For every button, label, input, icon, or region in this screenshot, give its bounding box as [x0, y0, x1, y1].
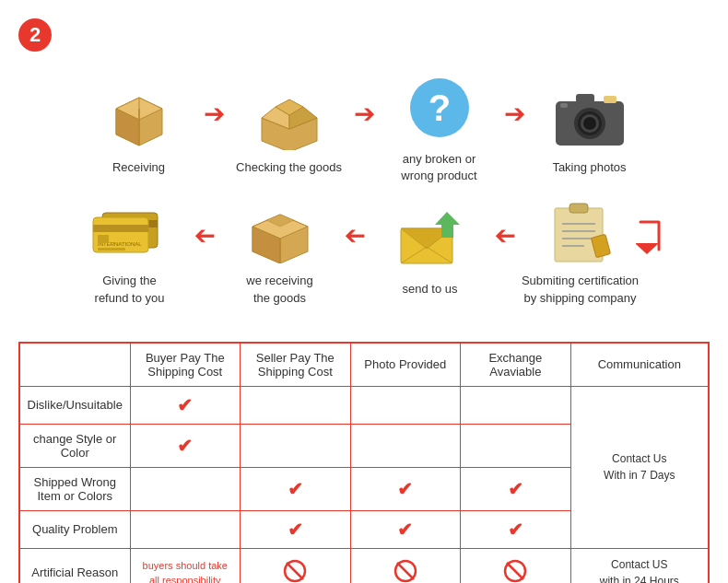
cell-communication-24h: Contact USwith in 24 Hours	[570, 548, 708, 583]
svg-marker-44	[636, 243, 659, 254]
row-label-wrong: Shipped WrongItem or Colors	[20, 467, 131, 510]
check-icon: ✔	[288, 479, 303, 499]
svg-point-16	[583, 117, 596, 130]
check-icon: ✔	[508, 479, 523, 499]
check-icon: ✔	[397, 479, 413, 499]
svg-line-50	[507, 563, 523, 579]
credit-card-icon: INTERNATIONAL	[88, 192, 171, 265]
svg-rect-26	[98, 235, 109, 243]
flow-item-refund: INTERNATIONAL Giving therefund to you	[65, 192, 194, 306]
table-row: Artificial Reason buyers should takeall …	[20, 548, 709, 583]
check-icon: ✔	[288, 519, 303, 540]
flow-item-send: send to us	[366, 200, 495, 297]
contact-text-7days: Contact UsWith in 7 Days	[604, 452, 675, 482]
check-icon: ✔	[177, 395, 193, 415]
row-label-dislike: Dislike/Unsuitable	[20, 386, 131, 424]
cell-exchange	[461, 548, 571, 583]
cell-buyer-pay	[130, 510, 241, 548]
question-icon: ?	[398, 70, 481, 144]
envelope-icon	[389, 200, 472, 274]
cell-communication: Contact UsWith in 7 Days	[570, 386, 708, 548]
cell-exchange	[461, 424, 571, 467]
check-icon: ✔	[508, 519, 523, 540]
table-header-row: Buyer Pay The Shipping Cost Seller Pay T…	[20, 343, 709, 386]
arrow-right-3: ➔	[504, 99, 525, 129]
flow-item-receiving: Receiving	[75, 78, 204, 176]
arrow-left-2: ➔	[345, 220, 366, 251]
cell-seller-pay	[241, 386, 351, 424]
cell-buyer-pay: buyers should takeall responsibility	[130, 548, 241, 583]
no-icon	[283, 572, 307, 583]
svg-rect-25	[98, 248, 125, 251]
process-section: 2 Receiving ➔	[18, 9, 710, 332]
check-icon: ✔	[397, 519, 413, 540]
row-label-quality: Quality Problem	[20, 510, 131, 548]
cell-seller-pay: ✔	[241, 510, 351, 548]
col-header-empty	[20, 343, 131, 386]
cell-exchange: ✔	[461, 510, 571, 548]
flow-label-receiving: Receiving	[112, 159, 165, 176]
cell-buyer-pay: ✔	[130, 386, 241, 424]
cell-photo	[350, 424, 461, 467]
col-header-communication: Communication	[570, 343, 708, 386]
flow-label-refund: Giving therefund to you	[95, 273, 165, 306]
cell-seller-pay	[241, 424, 351, 467]
flow-label-send: send to us	[403, 281, 458, 297]
cell-exchange: ✔	[461, 467, 571, 510]
svg-rect-18	[604, 96, 616, 103]
main-container: 2 Receiving ➔	[0, 0, 728, 583]
step-number: 2	[18, 18, 52, 52]
flow-item-receiving2: we receivingthe goods	[216, 192, 345, 306]
open-box-icon	[248, 78, 331, 152]
cell-photo: ✔	[350, 467, 461, 510]
flow-item-broken: ? any broken orwrong product	[375, 70, 504, 184]
cell-exchange	[461, 386, 571, 424]
svg-line-48	[397, 563, 414, 579]
contact-text-24h: Contact USwith in 24 Hours	[600, 558, 679, 583]
flow-row-2: INTERNATIONAL Giving therefund to you ➔	[18, 192, 710, 306]
svg-text:?: ?	[428, 87, 450, 128]
col-header-photo: Photo Provided	[350, 343, 461, 386]
cell-buyer-pay	[130, 467, 241, 510]
flow-label-photos: Taking photos	[552, 159, 626, 176]
comparison-table: Buyer Pay The Shipping Cost Seller Pay T…	[19, 343, 709, 583]
svg-line-46	[287, 563, 303, 579]
svg-rect-19	[560, 103, 568, 108]
no-icon	[393, 572, 417, 583]
cell-photo	[350, 548, 461, 583]
svg-rect-38	[569, 204, 588, 213]
flow-item-checking: Checking the goods	[225, 78, 354, 176]
arrow-left-1: ➔	[194, 220, 216, 251]
flow-row-1: Receiving ➔	[18, 70, 710, 184]
row-label-artificial: Artificial Reason	[20, 548, 131, 583]
comparison-table-section: Buyer Pay The Shipping Cost Seller Pay T…	[18, 342, 710, 583]
box-icon	[98, 78, 181, 152]
responsibility-text: buyers should takeall responsibility	[143, 560, 228, 583]
flow-label-checking: Checking the goods	[236, 159, 342, 176]
arrow-right-2: ➔	[354, 99, 375, 129]
flow-item-cert: Submiting certificationby shipping compa…	[516, 192, 645, 306]
arrow-left-3: ➔	[495, 220, 516, 251]
cell-seller-pay	[241, 548, 351, 583]
flow-label-cert: Submiting certificationby shipping compa…	[522, 273, 639, 306]
check-icon: ✔	[177, 436, 193, 456]
row-label-style: change Style or Color	[20, 424, 131, 467]
cell-photo	[350, 386, 461, 424]
table-row: Dislike/Unsuitable ✔ Contact UsWith in 7…	[20, 386, 709, 424]
clipboard-icon	[539, 192, 622, 265]
package-icon	[239, 192, 322, 265]
camera-icon	[548, 78, 631, 152]
cell-photo: ✔	[350, 510, 461, 548]
col-header-buyer-pay: Buyer Pay The Shipping Cost	[130, 343, 241, 386]
flow-item-photos: Taking photos	[525, 78, 654, 176]
arrow-right-1: ➔	[204, 99, 225, 129]
col-header-seller-pay: Seller Pay The Shipping Cost	[241, 343, 351, 386]
col-header-exchange: Exchange Avaviable	[461, 343, 571, 386]
cell-buyer-pay: ✔	[130, 424, 241, 467]
no-icon	[503, 572, 527, 583]
svg-rect-17	[576, 94, 594, 103]
cell-seller-pay: ✔	[241, 467, 351, 510]
flow-label-broken: any broken orwrong product	[401, 151, 476, 184]
flow-label-receiving2: we receivingthe goods	[246, 273, 312, 306]
svg-rect-23	[93, 225, 148, 232]
